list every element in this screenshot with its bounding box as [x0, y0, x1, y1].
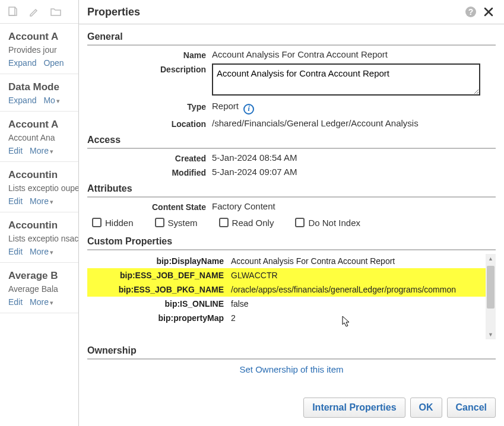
pencil-icon[interactable]	[26, 4, 43, 20]
edit-link[interactable]: Edit	[8, 196, 23, 206]
description-label: Description	[87, 63, 212, 74]
expand-link[interactable]: Expand	[8, 58, 36, 68]
type-label: Type	[87, 101, 212, 112]
scroll-thumb[interactable]	[487, 266, 495, 309]
scroll-up-icon[interactable]: ▲	[486, 254, 496, 263]
scroll-down-icon[interactable]: ▼	[486, 330, 496, 339]
custom-property-value: false	[229, 297, 496, 311]
set-ownership-link[interactable]: Set Ownership of this item	[239, 364, 343, 374]
ok-button[interactable]: OK	[410, 398, 442, 418]
section-general: General	[87, 31, 496, 46]
more-link[interactable]: More	[30, 196, 53, 206]
checkbox-icon	[295, 218, 305, 227]
custom-property-row: bip:propertyMap2	[87, 311, 496, 325]
readonly-checkbox[interactable]: Read Only	[219, 218, 274, 228]
more-link[interactable]: More	[30, 146, 53, 155]
checkbox-icon	[92, 218, 102, 227]
hidden-checkbox[interactable]: Hidden	[92, 218, 134, 228]
dialog-header: Properties ?	[79, 0, 504, 24]
custom-property-key: bip:ESS_JOB_DEF_NAME	[87, 268, 229, 282]
scrollbar[interactable]: ▲ ▼	[486, 254, 496, 339]
custom-property-key: bip:propertyMap	[87, 311, 229, 325]
custom-property-row: bip:IS_ONLINEfalse	[87, 297, 496, 311]
created-value: 5-Jan-2024 08:54 AM	[212, 152, 496, 163]
edit-link[interactable]: Edit	[8, 146, 23, 155]
doc-icon[interactable]	[5, 4, 21, 20]
custom-property-row: bip:ESS_JOB_PKG_NAME/oracle/apps/ess/fin…	[87, 282, 496, 297]
section-attributes: Attributes	[87, 183, 496, 198]
system-checkbox[interactable]: System	[155, 218, 198, 228]
custom-property-value: GLWACCTR	[229, 268, 496, 282]
dialog-footer: Internal Properties OK Cancel	[79, 392, 504, 426]
dialog-title: Properties	[87, 6, 460, 18]
expand-link[interactable]: Expand	[8, 96, 36, 105]
more-link[interactable]: Mo	[43, 96, 59, 105]
internal-properties-button[interactable]: Internal Properties	[303, 398, 405, 418]
section-ownership: Ownership	[87, 345, 496, 360]
modified-value: 5-Jan-2024 09:07 AM	[212, 167, 496, 177]
custom-property-row: bip:DisplayNameAccount Analysis For Cont…	[87, 254, 496, 268]
open-link[interactable]: Open	[43, 58, 64, 68]
name-value: Account Analysis For Contra Account Repo…	[212, 49, 496, 59]
custom-property-key: bip:ESS_JOB_PKG_NAME	[87, 282, 229, 297]
help-icon[interactable]: ?	[464, 5, 478, 19]
content-state-label: Content State	[87, 201, 212, 212]
custom-properties-scroll[interactable]: bip:DisplayNameAccount Analysis For Cont…	[87, 254, 496, 339]
more-link[interactable]: More	[30, 297, 53, 307]
content-state-value: Factory Content	[212, 201, 496, 211]
location-value: /shared/Financials/General Ledger/Accoun…	[212, 118, 496, 128]
custom-property-value: 2	[229, 311, 496, 325]
svg-text:?: ?	[468, 7, 474, 17]
section-access: Access	[87, 135, 496, 149]
cancel-button[interactable]: Cancel	[447, 398, 496, 418]
properties-dialog: Properties ? General Name Account Analys…	[78, 0, 504, 426]
modified-label: Modified	[87, 167, 212, 177]
checkbox-icon	[155, 218, 164, 227]
created-label: Created	[87, 152, 212, 163]
info-icon[interactable]: i	[243, 104, 254, 115]
section-custom: Custom Properties	[87, 236, 496, 250]
checkbox-icon	[219, 218, 229, 227]
svg-rect-0	[9, 7, 15, 15]
custom-property-row: bip:ESS_JOB_DEF_NAMEGLWACCTR	[87, 268, 496, 282]
donotindex-checkbox[interactable]: Do Not Index	[295, 218, 360, 228]
name-label: Name	[87, 49, 212, 60]
more-link[interactable]: More	[30, 247, 53, 256]
edit-link[interactable]: Edit	[8, 247, 23, 256]
folder-icon[interactable]	[47, 4, 64, 20]
location-label: Location	[87, 118, 212, 129]
custom-property-value: Account Analysis For Contra Account Repo…	[229, 254, 496, 268]
description-input[interactable]	[212, 63, 480, 96]
custom-property-value: /oracle/apps/ess/financials/generalLedge…	[229, 282, 496, 297]
type-value: Report	[212, 101, 239, 111]
edit-link[interactable]: Edit	[8, 297, 23, 307]
custom-property-key: bip:DisplayName	[87, 254, 229, 268]
custom-property-key: bip:IS_ONLINE	[87, 297, 229, 311]
close-icon[interactable]	[481, 5, 496, 19]
